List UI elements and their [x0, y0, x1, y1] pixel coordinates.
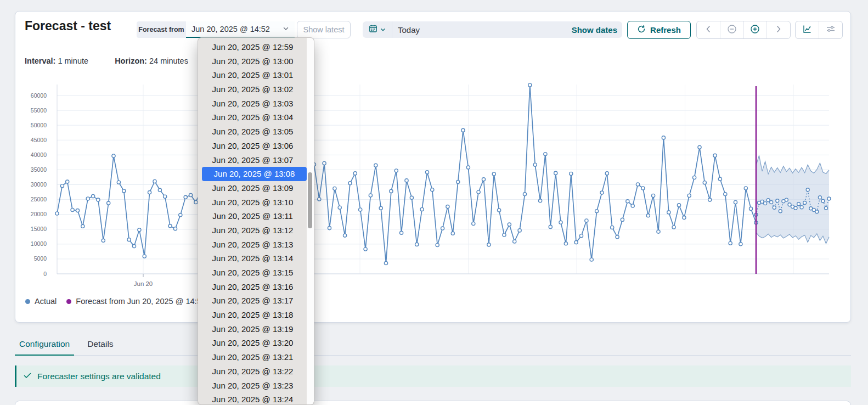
tab-configuration[interactable]: Configuration	[15, 335, 74, 356]
minus-circle-icon	[727, 24, 737, 36]
calendar-icon	[369, 24, 377, 35]
svg-text:50000: 50000	[31, 122, 47, 128]
forecast-from-select[interactable]: Jun 20, 2025 @ 14:52	[186, 21, 295, 38]
forecast-meta: Interval: 1 minute Horizon: 24 minutes	[25, 57, 188, 65]
svg-text:55000: 55000	[31, 107, 47, 114]
chevron-down-icon	[283, 25, 289, 33]
legend-item-actual[interactable]: Actual	[25, 297, 57, 306]
dropdown-item[interactable]: Jun 20, 2025 @ 13:05	[198, 125, 314, 139]
svg-text:10000: 10000	[31, 240, 47, 247]
page-title: Forecast - test	[25, 19, 111, 33]
pan-right-button[interactable]	[766, 21, 790, 38]
svg-text:15000: 15000	[31, 226, 47, 232]
chart-view-group	[795, 21, 843, 39]
dropdown-item[interactable]: Jun 20, 2025 @ 13:21	[198, 350, 314, 364]
dropdown-scrollbar[interactable]	[307, 38, 314, 404]
svg-text:45000: 45000	[31, 137, 47, 143]
legend-dot-forecast	[66, 299, 71, 304]
forecast-from-label: Forecast from	[137, 21, 186, 38]
dropdown-item[interactable]: Jun 20, 2025 @ 13:10	[198, 195, 314, 210]
plus-circle-icon	[750, 24, 760, 36]
pan-left-button[interactable]	[697, 21, 720, 38]
dropdown-item[interactable]: Jun 20, 2025 @ 13:19	[198, 322, 314, 336]
dropdown-item[interactable]: Jun 20, 2025 @ 13:16	[198, 280, 314, 294]
dropdown-item[interactable]: Jun 20, 2025 @ 13:01	[198, 68, 314, 82]
svg-text:30000: 30000	[31, 181, 47, 188]
svg-text:5000: 5000	[34, 255, 47, 262]
line-chart-view-button[interactable]	[796, 21, 819, 38]
show-latest-button[interactable]: Show latest	[297, 21, 351, 38]
dropdown-item[interactable]: Jun 20, 2025 @ 13:09	[198, 181, 314, 195]
tabs-divider	[15, 355, 851, 356]
dropdown-item[interactable]: Jun 20, 2025 @ 13:24	[198, 392, 314, 405]
sliders-icon	[826, 24, 836, 36]
dropdown-item[interactable]: Jun 20, 2025 @ 13:03	[198, 97, 314, 111]
legend-dot-actual	[25, 299, 30, 304]
date-quick-value[interactable]: Today	[398, 25, 420, 35]
tab-details[interactable]: Details	[83, 335, 117, 356]
show-dates-link[interactable]: Show dates	[572, 25, 617, 35]
svg-text:35000: 35000	[31, 166, 47, 173]
dropdown-item[interactable]: Jun 20, 2025 @ 13:15	[198, 266, 314, 280]
date-picker-bar: Today Show dates	[363, 21, 622, 38]
dropdown-item[interactable]: Jun 20, 2025 @ 13:23	[198, 379, 314, 393]
svg-text:20000: 20000	[31, 211, 47, 217]
legend-label-actual: Actual	[35, 297, 57, 306]
refresh-button[interactable]: Refresh	[627, 21, 691, 39]
dropdown-scrollbar-thumb[interactable]	[308, 172, 312, 228]
svg-text:25000: 25000	[31, 196, 47, 203]
forecast-from-value: Jun 20, 2025 @ 14:52	[191, 25, 283, 33]
forecast-from-dropdown: Jun 20, 2025 @ 12:59Jun 20, 2025 @ 13:00…	[198, 37, 314, 405]
horizon-label: Horizon:	[115, 57, 147, 65]
configuration-panel	[15, 401, 851, 405]
dropdown-item[interactable]: Jun 20, 2025 @ 13:00	[198, 54, 314, 69]
validation-banner: Forecaster settings are validated	[15, 365, 851, 387]
dropdown-item[interactable]: Jun 20, 2025 @ 13:02	[198, 82, 314, 97]
dropdown-item[interactable]: Jun 20, 2025 @ 13:18	[198, 308, 314, 322]
calendar-button[interactable]	[363, 21, 392, 38]
svg-text:40000: 40000	[31, 151, 47, 158]
legend-label-forecast: Forecast from Jun 20, 2025 @ 14:52	[76, 297, 205, 306]
dropdown-item[interactable]: Jun 20, 2025 @ 13:06	[198, 139, 314, 153]
chart-legend: Actual Forecast from Jun 20, 2025 @ 14:5…	[25, 297, 206, 306]
tabs: Configuration Details	[15, 335, 118, 356]
dropdown-item[interactable]: Jun 20, 2025 @ 13:04	[198, 110, 314, 125]
check-icon	[16, 371, 32, 382]
dropdown-item-selected[interactable]: Jun 20, 2025 @ 13:08	[202, 167, 307, 181]
dropdown-item[interactable]: Jun 20, 2025 @ 13:20	[198, 336, 314, 350]
dropdown-item[interactable]: Jun 20, 2025 @ 13:13	[198, 238, 314, 252]
refresh-icon	[637, 25, 646, 35]
zoom-out-button[interactable]	[720, 21, 743, 38]
dropdown-item[interactable]: Jun 20, 2025 @ 13:12	[198, 223, 314, 238]
horizon-value: 24 minutes	[149, 57, 188, 65]
svg-text:0: 0	[43, 271, 47, 277]
forecast-chart-panel: Forecast - test Forecast from Jun 20, 20…	[15, 11, 851, 323]
chart-nav-group	[696, 21, 791, 39]
interval-value: 1 minute	[58, 57, 88, 65]
chart-settings-button[interactable]	[819, 21, 842, 38]
svg-text:60000: 60000	[31, 92, 47, 99]
dropdown-item[interactable]: Jun 20, 2025 @ 13:14	[198, 251, 314, 266]
legend-item-forecast[interactable]: Forecast from Jun 20, 2025 @ 14:52	[66, 297, 205, 306]
dropdown-item[interactable]: Jun 20, 2025 @ 13:17	[198, 294, 314, 308]
dropdown-item[interactable]: Jun 20, 2025 @ 13:22	[198, 364, 314, 379]
zoom-in-button[interactable]	[743, 21, 767, 38]
dropdown-item[interactable]: Jun 20, 2025 @ 13:07	[198, 153, 314, 167]
dropdown-item[interactable]: Jun 20, 2025 @ 13:11	[198, 209, 314, 223]
chevron-left-icon	[704, 25, 713, 36]
interval-label: Interval:	[25, 57, 55, 65]
dropdown-item[interactable]: Jun 20, 2025 @ 12:59	[198, 40, 314, 54]
refresh-label: Refresh	[650, 25, 681, 35]
svg-text:Jun 20: Jun 20	[134, 280, 153, 287]
chevron-right-icon	[774, 25, 783, 36]
line-chart-icon	[802, 24, 812, 36]
chevron-down-icon	[380, 25, 386, 35]
validation-banner-text: Forecaster settings are validated	[37, 372, 161, 381]
